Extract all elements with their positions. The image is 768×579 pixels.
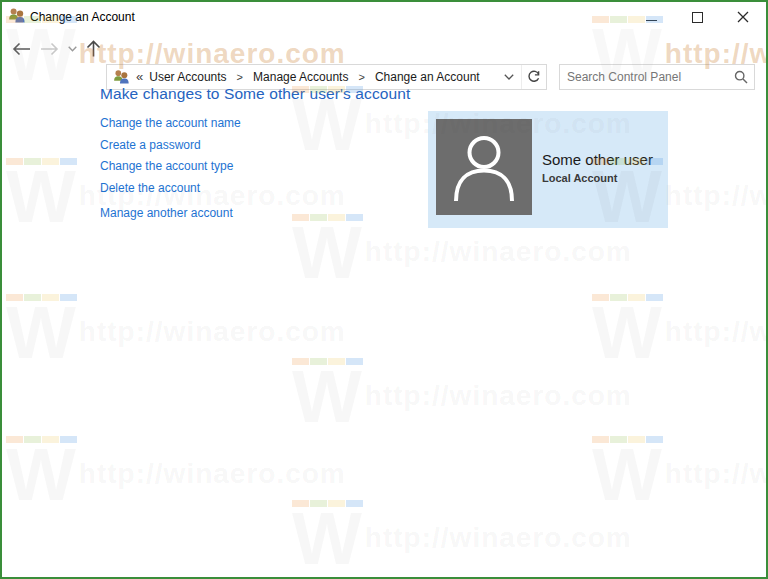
back-icon (11, 42, 32, 56)
minimize-icon (646, 20, 657, 21)
watermark-url: http://winaero.com (665, 458, 768, 490)
close-icon (737, 11, 749, 23)
link-manage-another-account[interactable]: Manage another account (100, 206, 233, 220)
link-change-account-type[interactable]: Change the account type (100, 156, 241, 178)
title-bar: Change an Account (2, 2, 766, 32)
watermark-url: http://winaero.com (79, 458, 346, 490)
watermark-url: http://winaero.com (365, 236, 632, 268)
avatar (436, 119, 532, 215)
search-input[interactable] (560, 70, 728, 84)
link-create-password[interactable]: Create a password (100, 135, 241, 157)
control-panel-window: Change an Account (0, 0, 768, 579)
chevron-down-icon (504, 74, 514, 80)
up-button[interactable] (81, 32, 105, 66)
user-account-tile[interactable]: Some other user Local Account (428, 111, 668, 228)
maximize-button[interactable] (674, 2, 720, 32)
task-links: Change the account name Create a passwor… (100, 113, 241, 199)
watermark-letter: W (292, 223, 362, 284)
watermark-tile: Whttp://winaero.com (592, 436, 768, 506)
watermark-tile: Whttp://winaero.com (592, 294, 768, 364)
minimize-button[interactable] (628, 2, 674, 32)
recent-pages-button[interactable] (63, 32, 81, 66)
watermark-letter: W (292, 509, 362, 570)
search-box (559, 64, 755, 90)
winaero-logo-squares (592, 294, 768, 301)
breadcrumb-separator[interactable]: > (350, 71, 372, 83)
winaero-logo-squares (592, 436, 768, 443)
watermark-letter: W (292, 95, 362, 156)
forward-button[interactable] (36, 32, 62, 66)
breadcrumb-user-accounts[interactable]: User Accounts (147, 70, 228, 84)
search-button[interactable] (728, 65, 754, 89)
winaero-logo-squares (292, 500, 632, 507)
close-button[interactable] (720, 2, 766, 32)
up-icon (86, 40, 101, 58)
address-dropdown-button[interactable] (497, 65, 521, 89)
watermark-tile: Whttp://winaero.com (6, 294, 346, 364)
breadcrumb-overflow-chevron[interactable]: « (130, 69, 147, 86)
users-icon (113, 69, 130, 85)
watermark-letter: W (6, 303, 76, 364)
watermark-letter: W (592, 445, 662, 506)
search-icon (734, 70, 748, 84)
watermark-url: http://winaero.com (79, 316, 346, 348)
user-name: Some other user (542, 151, 653, 168)
person-icon (436, 119, 532, 215)
refresh-button[interactable] (522, 65, 546, 89)
winaero-logo-squares (292, 358, 632, 365)
users-icon (8, 7, 26, 24)
winaero-logo-squares (6, 436, 346, 443)
refresh-icon (527, 70, 541, 84)
breadcrumb-manage-accounts[interactable]: Manage Accounts (251, 70, 350, 84)
winaero-logo-squares (6, 294, 346, 301)
watermark-letter: W (6, 445, 76, 506)
breadcrumb-separator[interactable]: > (229, 71, 251, 83)
watermark-url: http://winaero.com (365, 380, 632, 412)
watermark-tile: Whttp://winaero.com (6, 436, 346, 506)
back-button[interactable] (8, 32, 34, 66)
watermark-tile: Whttp://winaero.com (292, 500, 632, 570)
watermark-url: http://winaero.com (665, 316, 768, 348)
breadcrumb-change-an-account[interactable]: Change an Account (373, 70, 482, 84)
watermark-tile: Whttp://winaero.com (292, 358, 632, 428)
link-change-account-name[interactable]: Change the account name (100, 113, 241, 135)
caption-buttons (628, 2, 766, 32)
watermark-letter: W (6, 167, 76, 228)
watermark-url: http://winaero.com (665, 180, 768, 212)
link-delete-account[interactable]: Delete the account (100, 178, 241, 200)
history-chevron-icon (68, 46, 77, 52)
watermark-url: http://winaero.com (365, 522, 632, 554)
maximize-icon (692, 12, 703, 23)
navigation-bar: « User Accounts > Manage Accounts > Chan… (2, 32, 766, 66)
page-title: Make changes to Some other user's accoun… (100, 85, 410, 103)
forward-icon (39, 42, 60, 56)
watermark-letter: W (292, 367, 362, 428)
window-title: Change an Account (30, 2, 135, 32)
user-account-type: Local Account (542, 172, 617, 184)
watermark-letter: W (592, 303, 662, 364)
